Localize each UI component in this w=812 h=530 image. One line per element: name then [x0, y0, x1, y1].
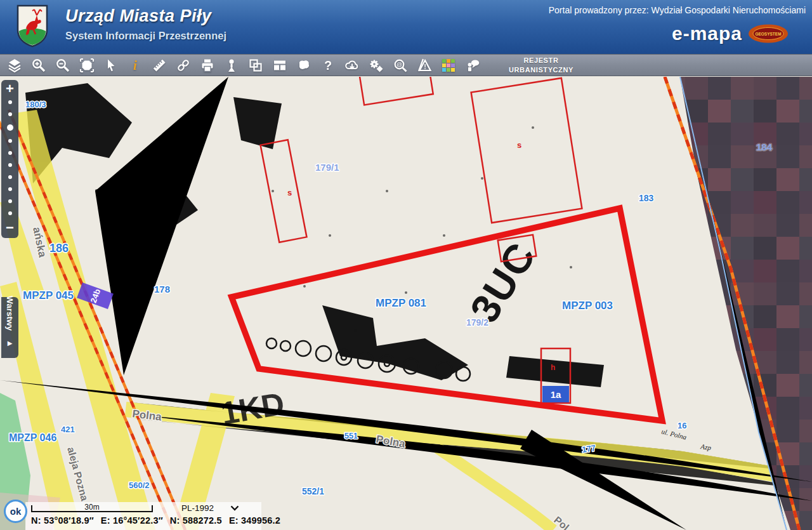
- ok-button[interactable]: ok: [4, 500, 27, 523]
- print-icon[interactable]: [198, 56, 217, 75]
- scale-label: 30m: [32, 503, 152, 512]
- city-coat-of-arms: [16, 4, 49, 48]
- svg-text:MPZP 081: MPZP 081: [376, 297, 426, 309]
- panels-icon[interactable]: [270, 56, 289, 75]
- chevron-down-icon: [230, 505, 239, 511]
- svg-text:16: 16: [678, 421, 686, 430]
- svg-text:!: !: [424, 63, 426, 70]
- zoom-control: + −: [1, 80, 18, 238]
- zoom-level-dots: [7, 100, 13, 215]
- palette-grid-icon[interactable]: [439, 56, 458, 75]
- svg-text:421: 421: [61, 425, 75, 434]
- map-toolbar: i ? @ ! REJESTR URBANISTYCZNY: [0, 54, 812, 76]
- svg-text:179/2: 179/2: [466, 317, 488, 328]
- cloud-download-icon[interactable]: [343, 56, 362, 75]
- zoom-level-dot[interactable]: [8, 211, 12, 215]
- header: Urząd Miasta Piły System Informacji Prze…: [0, 0, 812, 54]
- measure-icon[interactable]: [150, 56, 169, 75]
- svg-text:h: h: [551, 363, 555, 372]
- svg-text:?: ?: [324, 58, 332, 72]
- info-icon[interactable]: i: [126, 56, 145, 75]
- expand-arrow-icon: ▶: [8, 340, 13, 347]
- map-viewport: 3UC 1KD ul. Polna Azp: [0, 77, 812, 530]
- emapa-portal: Urząd Miasta Piły System Informacji Prze…: [0, 0, 812, 530]
- svg-text:MPZP 045: MPZP 045: [23, 289, 74, 301]
- shape-icon[interactable]: [294, 56, 313, 75]
- coord-n-dms: N: 53°08′18.9″: [31, 515, 94, 526]
- zoom-level-dot[interactable]: [8, 151, 12, 155]
- svg-text:186: 186: [49, 242, 69, 255]
- svg-text:MPZP 003: MPZP 003: [562, 300, 613, 312]
- zoom-level-dot[interactable]: [8, 199, 12, 203]
- svg-text:178: 178: [154, 284, 170, 295]
- layers-panel-tab[interactable]: Warstwy ▶: [1, 297, 18, 358]
- svg-text:MPZP 046: MPZP 046: [9, 432, 56, 443]
- search-icon[interactable]: @: [391, 56, 410, 75]
- zoom-out-icon[interactable]: [53, 56, 72, 75]
- svg-text:552/1: 552/1: [302, 486, 324, 496]
- crs-selected-value: PL-1992: [181, 503, 214, 513]
- zoom-out-button[interactable]: −: [6, 220, 14, 235]
- feedback-icon[interactable]: [463, 56, 482, 75]
- portal-title: Urząd Miasta Piły: [65, 6, 226, 26]
- zoom-level-dot[interactable]: [8, 112, 12, 116]
- svg-text:s: s: [287, 188, 292, 197]
- svg-text:GEOSYSTEM: GEOSYSTEM: [755, 32, 781, 36]
- coord-n-m: N: 588272.5: [170, 515, 222, 526]
- portal-subtitle: System Informacji Przestrzennej: [65, 30, 226, 42]
- svg-text:551: 551: [344, 432, 358, 441]
- layers-tab-label: Warstwy: [5, 296, 15, 331]
- coordinates-readout: N: 53°08′18.9″E: 16°45′22.3″N: 588272.5E…: [25, 515, 261, 526]
- map-canvas[interactable]: 3UC 1KD ul. Polna Azp: [0, 77, 812, 530]
- svg-text:183: 183: [639, 193, 654, 203]
- zoom-level-dot[interactable]: [8, 139, 12, 143]
- svg-text:179/1: 179/1: [315, 162, 339, 173]
- zoom-level-dot-active[interactable]: [7, 124, 13, 131]
- zoom-in-icon[interactable]: [29, 56, 48, 75]
- link-icon[interactable]: [174, 56, 193, 75]
- crs-selector[interactable]: PL-1992: [181, 503, 239, 513]
- emapa-brand[interactable]: e-mapa GEOSYSTEM: [672, 23, 789, 44]
- layers-icon[interactable]: [5, 56, 24, 75]
- svg-text:177: 177: [581, 443, 596, 454]
- zoom-in-button[interactable]: +: [6, 81, 14, 96]
- svg-text:1a: 1a: [551, 389, 561, 400]
- emapa-logo-text: e-mapa: [672, 23, 742, 44]
- svg-text:184: 184: [756, 142, 773, 152]
- svg-text:560/2: 560/2: [129, 480, 150, 490]
- svg-text:@: @: [396, 61, 402, 67]
- svg-text:i: i: [133, 58, 137, 73]
- svg-text:180/3: 180/3: [25, 100, 46, 109]
- register-urbanistyczny-toggle[interactable]: REJESTR URBANISTYCZNY: [509, 56, 573, 74]
- zoom-level-dot[interactable]: [8, 187, 12, 191]
- svg-text:Azp: Azp: [700, 442, 712, 451]
- warning-triangle-icon[interactable]: !: [415, 56, 434, 75]
- status-bar: 30m PL-1992 N: 53°08′18.9″E: 16°45′22.3″…: [25, 502, 261, 530]
- compare-frames-icon[interactable]: [246, 56, 265, 75]
- geosystem-logo: GEOSYSTEM: [747, 23, 789, 44]
- zoom-level-dot[interactable]: [8, 100, 12, 104]
- coord-e-m: E: 349956.2: [229, 515, 280, 526]
- zoom-level-dot[interactable]: [8, 175, 12, 179]
- cursor-icon[interactable]: [102, 56, 121, 75]
- select-area-icon[interactable]: [77, 56, 96, 75]
- scale-bar: 30m: [31, 505, 153, 512]
- svg-text:s: s: [517, 140, 521, 150]
- help-icon[interactable]: ?: [318, 56, 337, 75]
- address-badge-1a: 1a: [542, 386, 569, 402]
- location-pin-icon[interactable]: [222, 56, 241, 75]
- zoom-level-dot[interactable]: [8, 163, 12, 167]
- portal-note: Portal prowadzony przez: Wydział Gospoda…: [549, 5, 806, 15]
- coord-e-dms: E: 16°45′22.3″: [101, 515, 163, 526]
- settings-gears-icon[interactable]: [367, 56, 386, 75]
